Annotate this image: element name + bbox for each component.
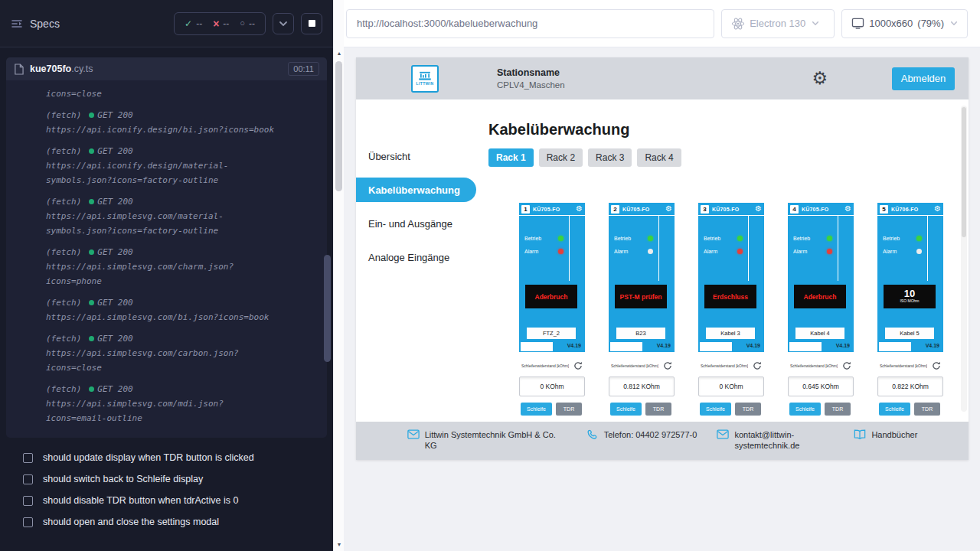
nav-kabelueberwachung[interactable]: Kabelüberwachung	[356, 178, 476, 202]
schleife-button[interactable]: Schleife	[610, 403, 642, 416]
alarm-label: Alarm	[704, 249, 717, 254]
footer-phone: Telefon: 04402 972577-0	[587, 429, 697, 441]
alarm-row: Alarm	[704, 249, 743, 254]
failed-count: --	[223, 18, 229, 29]
page-scrollbar-thumb[interactable]	[335, 61, 342, 191]
viewport-select[interactable]: 1000x660 (79%)	[841, 9, 968, 38]
log-entry[interactable]: (fetch)GET 200 https://api.simplesvg.com…	[46, 295, 283, 324]
app-header: LITTWIN Stationsname CPLV4_Maschen ⚙ Abm…	[356, 57, 969, 99]
log-entry[interactable]: (fetch)GET 200 https://api.iconify.desig…	[46, 144, 283, 187]
alarm-label: Alarm	[524, 249, 538, 254]
nav-ein-und-ausgaenge[interactable]: Ein- und Ausgänge	[356, 211, 476, 236]
tab-rack-1[interactable]: Rack 1	[488, 148, 534, 167]
content-scrollbar-thumb[interactable]	[962, 107, 966, 237]
request-log: icons=close (fetch)GET 200 https://api.i…	[6, 80, 327, 438]
logo-text: LITTWIN	[416, 81, 433, 86]
panel-divider	[838, 216, 838, 281]
status-dot-icon	[89, 112, 94, 118]
collapse-chevron-button[interactable]	[273, 13, 294, 34]
device-display: Aderbruch	[525, 285, 577, 308]
log-entry[interactable]: (fetch)GET 200 https://api.iconify.desig…	[46, 108, 283, 137]
device-display: Aderbruch	[794, 285, 846, 308]
alarm-row: Alarm	[793, 249, 832, 254]
betrieb-label: Betrieb	[704, 236, 720, 241]
log-url: https://api.simplesvg.com/material-symbo…	[46, 209, 283, 238]
resistance-label: Schleifenwiderstand [kOhm]	[790, 364, 838, 368]
tdr-button[interactable]: TDR	[735, 403, 761, 416]
browser-select[interactable]: Electron 130	[721, 9, 835, 38]
device-gear-icon[interactable]: ⚙	[755, 205, 762, 213]
test-item[interactable]: should switch back to Schleife display	[0, 468, 333, 490]
failed-cross-icon: ×	[213, 18, 219, 29]
display-text: 10	[904, 289, 915, 298]
status-dot-icon	[89, 336, 94, 341]
schleife-button[interactable]: Schleife	[521, 403, 552, 416]
resistance-header: Schleifenwiderstand [kOhm]	[877, 361, 943, 370]
refresh-icon[interactable]	[573, 361, 583, 370]
schleife-button[interactable]: Schleife	[700, 403, 731, 416]
tab-rack-3[interactable]: Rack 3	[588, 148, 632, 167]
device-front-panel: 5 KÜ706-FO ⚙ Betrieb	[877, 203, 943, 352]
tab-rack-2[interactable]: Rack 2	[539, 148, 583, 167]
content-scrollbar[interactable]	[961, 106, 967, 412]
test-item[interactable]: should open and close the settings modal	[0, 511, 333, 533]
url-bar[interactable]: http://localhost:3000/kabelueberwachung	[346, 9, 714, 38]
log-url: https://api.simplesvg.com/carbon.json?ic…	[46, 346, 283, 375]
schleife-button[interactable]: Schleife	[879, 403, 910, 416]
resistance-label: Schleifenwiderstand [kOhm]	[521, 364, 569, 368]
device-gear-icon[interactable]: ⚙	[576, 205, 583, 213]
scroll-down-arrow[interactable]: ▼	[334, 541, 345, 549]
schleife-button[interactable]: Schleife	[789, 403, 821, 416]
device-gear-icon[interactable]: ⚙	[934, 205, 941, 213]
tdr-button[interactable]: TDR	[645, 403, 671, 416]
specs-toggle[interactable]: Specs	[11, 18, 60, 30]
stop-icon	[309, 20, 315, 27]
log-status: GET 200	[97, 245, 132, 259]
refresh-icon[interactable]	[932, 361, 941, 370]
log-entry[interactable]: (fetch)GET 200 https://api.simplesvg.com…	[46, 382, 283, 425]
refresh-icon[interactable]	[842, 361, 851, 370]
refresh-icon[interactable]	[663, 361, 672, 370]
reporter-actions: ✓ -- × -- ○ --	[174, 12, 322, 35]
tdr-button[interactable]: TDR	[914, 403, 940, 416]
display-mode-buttons: Schleife TDR	[877, 403, 943, 416]
test-title: should disable TDR button when tdrActive…	[43, 495, 238, 506]
cable-label: Kabel 3	[706, 328, 755, 339]
footer-manuals[interactable]: Handbücher	[854, 429, 917, 440]
test-item[interactable]: should update display when TDR button is…	[0, 447, 333, 468]
resistance-label: Schleifenwiderstand [kOhm]	[611, 364, 658, 368]
reporter-scrollbar-thumb[interactable]	[324, 255, 331, 362]
device-model: KÜ705-FO	[802, 207, 828, 212]
log-type: (fetch)	[46, 331, 81, 346]
log-url: https://api.simplesvg.com/charm.json?ico…	[46, 259, 283, 289]
status-dot-icon	[89, 148, 94, 154]
logout-button[interactable]: Abmelden	[892, 67, 955, 90]
device-gear-icon[interactable]: ⚙	[665, 205, 672, 213]
log-entry[interactable]: (fetch)GET 200 https://api.simplesvg.com…	[46, 245, 283, 289]
settings-gear-icon[interactable]: ⚙	[812, 70, 828, 87]
device-gear-icon[interactable]: ⚙	[844, 205, 851, 213]
spec-section: kue705fo.cy.ts 00:11 icons=close (fetch)…	[6, 57, 327, 438]
stop-run-button[interactable]	[301, 13, 322, 34]
tab-rack-4[interactable]: Rack 4	[637, 148, 681, 167]
log-entry[interactable]: (fetch)GET 200 https://api.simplesvg.com…	[46, 331, 283, 375]
test-item[interactable]: should disable TDR button when tdrActive…	[0, 490, 333, 511]
panel-divider	[748, 216, 749, 281]
tdr-button[interactable]: TDR	[556, 403, 582, 416]
alarm-led	[827, 249, 832, 254]
page-scrollbar[interactable]: ▲ ▼	[333, 0, 344, 551]
label-slot	[521, 342, 553, 351]
resistance-header: Schleifenwiderstand [kOhm]	[519, 361, 585, 370]
tdr-button[interactable]: TDR	[825, 403, 851, 416]
log-type: (fetch)	[46, 295, 81, 310]
nav-uebersicht[interactable]: Übersicht	[356, 144, 476, 168]
spec-header[interactable]: kue705fo.cy.ts 00:11	[6, 57, 327, 80]
log-type: (fetch)	[46, 382, 81, 396]
station-name: CPLV4_Maschen	[497, 80, 565, 90]
log-entry[interactable]: (fetch)GET 200 https://api.simplesvg.com…	[46, 194, 283, 238]
nav-analoge-eingaenge[interactable]: Analoge Eingänge	[356, 245, 476, 269]
log-type: (fetch)	[46, 245, 81, 259]
scroll-up-arrow[interactable]: ▲	[334, 50, 345, 57]
app-nav: Übersicht Kabelüberwachung Ein- und Ausg…	[356, 99, 476, 422]
refresh-icon[interactable]	[753, 361, 762, 370]
